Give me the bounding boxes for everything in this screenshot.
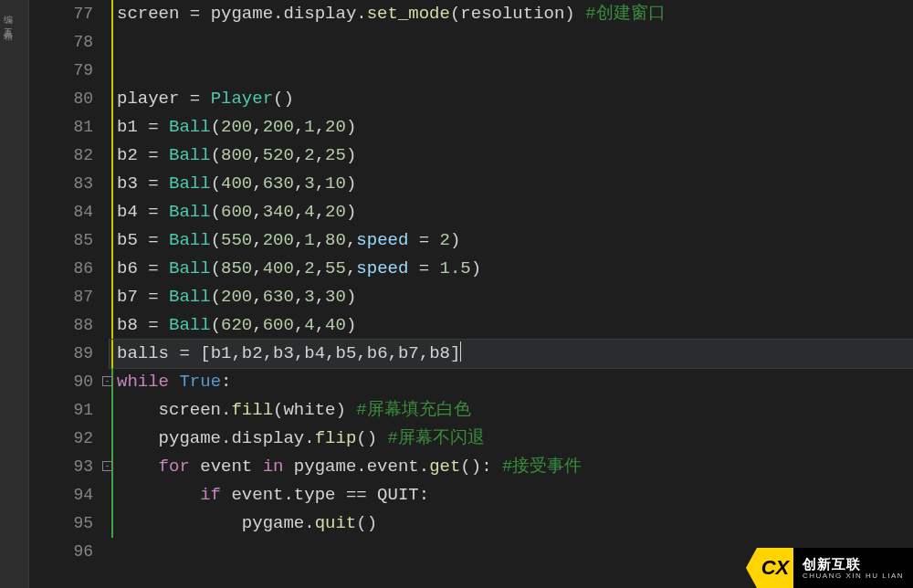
token-op: (): [356, 513, 377, 533]
token-op: =: [148, 287, 169, 307]
line-number[interactable]: 80: [29, 85, 93, 113]
code-line[interactable]: if event.type == QUIT:: [110, 481, 913, 509]
code-line[interactable]: b5 = Ball(550,200,1,80,speed = 2): [110, 226, 913, 255]
code-line[interactable]: screen = pygame.display.set_mode(resolut…: [110, 0, 913, 28]
token-op: ,: [231, 343, 241, 363]
code-line[interactable]: b7 = Ball(200,630,3,30): [110, 283, 913, 311]
line-number[interactable]: 90: [29, 368, 93, 396]
line-number[interactable]: 93: [29, 453, 93, 481]
line-number[interactable]: 96: [29, 538, 93, 566]
token-num: 2: [440, 230, 450, 250]
watermark-secondary: CHUANG XIN HU LIAN: [803, 572, 904, 580]
token-op: ,: [252, 315, 262, 335]
token-param: speed: [356, 230, 418, 250]
token-op: (: [211, 173, 221, 194]
token-op: (: [273, 400, 283, 420]
code-line[interactable]: -while True:: [110, 368, 913, 396]
token-ident: b4: [117, 202, 148, 222]
token-ident: event: [367, 457, 419, 477]
code-line[interactable]: balls = [b1,b2,b3,b4,b5,b6,b7,b8]: [110, 340, 913, 368]
line-number[interactable]: 92: [29, 425, 93, 453]
code-line[interactable]: b8 = Ball(620,600,4,40): [110, 311, 913, 340]
token-class: Ball: [169, 145, 211, 165]
token-op: ,: [294, 202, 304, 222]
code-line[interactable]: pygame.display.flip() #屏幕不闪退: [110, 425, 913, 453]
line-number[interactable]: 86: [29, 255, 93, 283]
token-op: ,: [315, 287, 325, 307]
token-op: ,: [325, 343, 335, 363]
token-num: 80: [325, 230, 346, 250]
line-number[interactable]: 83: [29, 170, 93, 198]
code-line[interactable]: [110, 28, 913, 57]
token-op: ,: [294, 145, 304, 165]
line-number[interactable]: 85: [29, 226, 93, 255]
token-op: =: [148, 202, 169, 222]
activity-bar[interactable]: 编 工具箱: [0, 0, 29, 588]
code-editor[interactable]: screen = pygame.display.set_mode(resolut…: [110, 0, 913, 588]
line-number[interactable]: 77: [29, 0, 93, 28]
token-class: Ball: [169, 258, 211, 278]
code-line[interactable]: - for event in pygame.event.get(): #接受事件: [110, 453, 913, 481]
token-op: ): [346, 117, 356, 137]
line-number[interactable]: 79: [29, 57, 93, 85]
token-op: ,: [252, 173, 262, 194]
token-op: (: [450, 4, 460, 24]
token-num: 200: [263, 230, 294, 250]
token-ident: b2: [242, 343, 263, 363]
line-number-gutter[interactable]: 7778798081828384858687888990919293949596: [29, 0, 110, 588]
token-num: 10: [325, 173, 346, 194]
code-line[interactable]: screen.fill(white) #屏幕填充白色: [110, 396, 913, 425]
code-line[interactable]: [110, 57, 913, 85]
token-op: (: [211, 287, 221, 307]
token-num: 800: [221, 145, 252, 165]
token-op: ,: [419, 343, 429, 363]
line-number[interactable]: 84: [29, 198, 93, 226]
line-number[interactable]: 95: [29, 509, 93, 538]
code-line[interactable]: b2 = Ball(800,520,2,25): [110, 142, 913, 170]
line-number[interactable]: 94: [29, 481, 93, 509]
token-num: 30: [325, 287, 346, 307]
code-line[interactable]: b4 = Ball(600,340,4,20): [110, 198, 913, 226]
code-line[interactable]: b6 = Ball(850,400,2,55,speed = 1.5): [110, 255, 913, 283]
token-ident: b2: [117, 145, 148, 165]
line-number[interactable]: 87: [29, 283, 93, 311]
code-line[interactable]: b3 = Ball(400,630,3,10): [110, 170, 913, 198]
line-number[interactable]: 82: [29, 142, 93, 170]
token-op: .: [356, 457, 366, 477]
token-ident: pygame: [211, 4, 273, 24]
indent-guide: [111, 0, 113, 28]
token-ident: [117, 485, 200, 505]
token-num: 3: [304, 173, 314, 194]
code-line[interactable]: pygame.quit(): [110, 509, 913, 538]
token-ident: b5: [117, 230, 148, 250]
token-func: get: [429, 457, 460, 477]
token-op: (: [211, 202, 221, 222]
token-num: 340: [263, 202, 294, 222]
indent-guide: [111, 340, 113, 368]
code-line[interactable]: b1 = Ball(200,200,1,20): [110, 113, 913, 142]
token-op: ():: [460, 457, 502, 477]
token-op: ,: [356, 343, 366, 363]
fold-toggle-icon[interactable]: -: [102, 461, 112, 471]
line-number[interactable]: 91: [29, 396, 93, 425]
token-kw: if: [200, 485, 221, 505]
token-func: quit: [315, 513, 357, 533]
line-number[interactable]: 89: [29, 340, 93, 368]
line-number[interactable]: 78: [29, 28, 93, 57]
activity-bar-label: 编 工具箱: [0, 0, 18, 26]
token-num: 550: [221, 230, 252, 250]
token-num: 20: [325, 117, 346, 137]
token-num: 25: [325, 145, 346, 165]
token-op: ,: [315, 258, 325, 278]
token-ident: b8: [117, 315, 148, 335]
line-number[interactable]: 88: [29, 311, 93, 340]
code-line[interactable]: player = Player(): [110, 85, 913, 113]
line-number[interactable]: 81: [29, 113, 93, 142]
token-ident: resolution: [460, 4, 564, 24]
token-ident: b1: [211, 343, 232, 363]
token-num: 2: [304, 258, 314, 278]
fold-toggle-icon[interactable]: -: [102, 376, 112, 386]
token-op: ]: [450, 343, 460, 363]
token-op: ,: [315, 315, 325, 335]
token-op: .: [221, 428, 231, 448]
